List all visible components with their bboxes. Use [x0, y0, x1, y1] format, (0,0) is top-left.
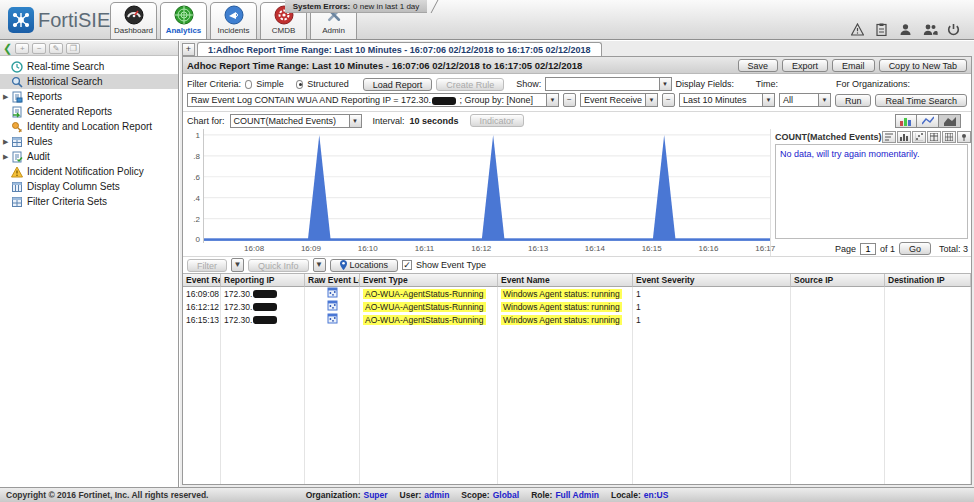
simple-radio[interactable] — [245, 80, 252, 89]
page-number-input[interactable] — [860, 243, 876, 255]
show-dropdown[interactable]: ▼ — [545, 77, 671, 91]
adhoc-report-tab[interactable]: 1:Adhoc Report Time Range: Last 10 Minut… — [197, 42, 602, 56]
filter-button[interactable]: Filter — [187, 259, 227, 272]
clock-icon — [11, 61, 24, 73]
table-filler-cell — [885, 326, 971, 484]
scatter-chart-icon[interactable] — [912, 131, 926, 143]
nav-tab-analytics[interactable]: Analytics — [160, 2, 207, 39]
remove-condition-button[interactable]: − — [563, 93, 576, 107]
organizations-dropdown[interactable]: All ▼ — [779, 93, 831, 107]
email-button[interactable]: Email — [832, 59, 875, 72]
cell-destination-ip — [885, 300, 971, 313]
create-rule-button[interactable]: Create Rule — [436, 78, 504, 91]
system-errors-banner[interactable]: System Errors: 0 new in last 1 day — [285, 0, 427, 13]
cell-event-type: AO-WUA-AgentStatus-Running — [360, 313, 498, 326]
chevron-down-icon: ▼ — [645, 94, 657, 106]
fortisiem-logo-icon — [8, 7, 34, 33]
column-header-source-ip[interactable]: Source IP — [791, 274, 885, 287]
sidebar-item-display-column-sets[interactable]: Display Column Sets — [0, 179, 178, 194]
remove-button[interactable]: − — [32, 43, 46, 54]
user-icon[interactable] — [899, 23, 912, 36]
raw-event-log-icon[interactable] — [327, 313, 338, 326]
copy-button[interactable]: ❐ — [66, 43, 80, 54]
sidebar-item-audit[interactable]: ▶Audit — [0, 149, 178, 164]
sidebar-item-filter-criteria-sets[interactable]: Filter Criteria Sets — [0, 194, 178, 209]
event-count-chart[interactable] — [203, 129, 770, 243]
show-event-type-checkbox[interactable]: ✓ — [402, 260, 412, 270]
sort-icon[interactable] — [882, 131, 896, 143]
nav-tab-dashboard[interactable]: Dashboard — [110, 2, 157, 39]
events-table: Event Receiv...Reporting IPRaw Event Log… — [183, 273, 971, 484]
sidebar-item-identity-and-location-report[interactable]: Identity and Location Report — [0, 119, 178, 134]
raw-event-log-icon[interactable] — [327, 300, 338, 313]
x-axis-tick: 16:13 — [528, 244, 548, 253]
filter-sets-icon — [11, 196, 24, 208]
sidebar-item-rules[interactable]: ▶Rules — [0, 134, 178, 149]
grid-icon[interactable] — [942, 131, 956, 143]
column-header-event-receiv-[interactable]: Event Receiv... — [183, 274, 221, 287]
edit-button[interactable]: ✎ — [49, 43, 63, 54]
cell-destination-ip — [885, 287, 971, 300]
expand-arrow-icon[interactable]: ▶ — [3, 153, 11, 161]
expand-arrow-icon[interactable]: ▶ — [3, 138, 11, 146]
sidebar-item-incident-notification-policy[interactable]: Incident Notification Policy — [0, 164, 178, 179]
session-locale: Locale:en:US — [611, 490, 668, 500]
nav-tab-incidents[interactable]: Incidents — [210, 2, 257, 39]
add-button[interactable]: + — [15, 43, 29, 54]
sidebar-nav-list: Real-time SearchHistorical Search▶Report… — [0, 56, 178, 209]
chevron-down-icon: ▼ — [659, 78, 671, 90]
quick-info-button[interactable]: Quick Info — [248, 259, 309, 272]
sidebar-item-generated-reports[interactable]: Generated Reports — [0, 104, 178, 119]
column-header-event-name[interactable]: Event Name — [498, 274, 633, 287]
y-axis-tick: .6 — [193, 172, 200, 181]
bar-chart-icon[interactable] — [895, 114, 917, 128]
sidebar-item-reports[interactable]: ▶Reports — [0, 89, 178, 104]
simple-radio-label[interactable]: Simple — [256, 79, 284, 89]
location-pin-icon — [340, 260, 347, 270]
pin-icon[interactable] — [957, 131, 971, 143]
column-header-destination-ip[interactable]: Destination IP — [885, 274, 971, 287]
new-tab-button[interactable]: + — [182, 43, 195, 56]
quick-info-dropdown-icon[interactable]: ▼ — [313, 258, 326, 272]
raw-event-log-icon[interactable] — [327, 287, 338, 300]
indicator-button[interactable]: Indicator — [470, 114, 525, 127]
collapse-sidebar-icon[interactable]: ❮ — [3, 43, 12, 54]
time-range-dropdown[interactable]: Last 10 Minutes ▼ — [679, 93, 775, 107]
query-builder-field[interactable]: Raw Event Log CONTAIN WUA AND Reporting … — [187, 93, 559, 107]
go-button[interactable]: Go — [899, 242, 931, 255]
count-panel-title: COUNT(Matched Events) — [775, 132, 882, 142]
chart-for-dropdown[interactable]: COUNT(Matched Events) ▼ — [230, 114, 362, 128]
export-button[interactable]: Export — [782, 59, 828, 72]
power-icon[interactable] — [947, 23, 960, 36]
load-report-button[interactable]: Load Report — [363, 78, 433, 91]
locations-button[interactable]: Locations — [330, 259, 399, 272]
table-icon[interactable] — [927, 131, 941, 143]
structured-radio-label[interactable]: Structured — [307, 79, 349, 89]
expand-arrow-icon[interactable]: ▶ — [3, 93, 11, 101]
alert-triangle-icon[interactable] — [851, 23, 864, 36]
show-event-type-label[interactable]: Show Event Type — [416, 260, 486, 270]
filter-dropdown-icon[interactable]: ▼ — [231, 258, 244, 272]
sidebar-item-real-time-search[interactable]: Real-time Search — [0, 59, 178, 74]
copy-to-new-tab-button[interactable]: Copy to New Tab — [879, 59, 967, 72]
column-header-reporting-ip[interactable]: Reporting IP — [221, 274, 305, 287]
cell-event-type: AO-WUA-AgentStatus-Running — [360, 300, 498, 313]
sidebar-item-historical-search[interactable]: Historical Search — [0, 74, 178, 89]
display-fields-dropdown[interactable]: Event Receive ▼ — [580, 93, 658, 107]
area-chart-icon[interactable] — [939, 114, 961, 128]
cell-event-severity: 1 — [633, 300, 791, 313]
run-button[interactable]: Run — [835, 94, 872, 107]
structured-radio[interactable] — [296, 80, 303, 89]
column-header-event-severity[interactable]: Event Severity — [633, 274, 791, 287]
save-button[interactable]: Save — [738, 59, 779, 72]
real-time-search-button[interactable]: Real Time Search — [875, 94, 967, 107]
column-header-raw-event-log[interactable]: Raw Event Log◀▶ — [305, 274, 360, 287]
tasks-icon[interactable] — [875, 23, 888, 36]
bar-chart-icon[interactable] — [897, 131, 911, 143]
line-chart-icon[interactable] — [917, 114, 939, 128]
users-icon[interactable] — [923, 23, 936, 36]
column-header-event-type[interactable]: Event Type — [360, 274, 498, 287]
query-text: Raw Event Log CONTAIN WUA AND Reporting … — [188, 95, 546, 105]
remove-display-field-button[interactable]: − — [662, 93, 675, 107]
chart-type-buttons — [895, 114, 961, 128]
